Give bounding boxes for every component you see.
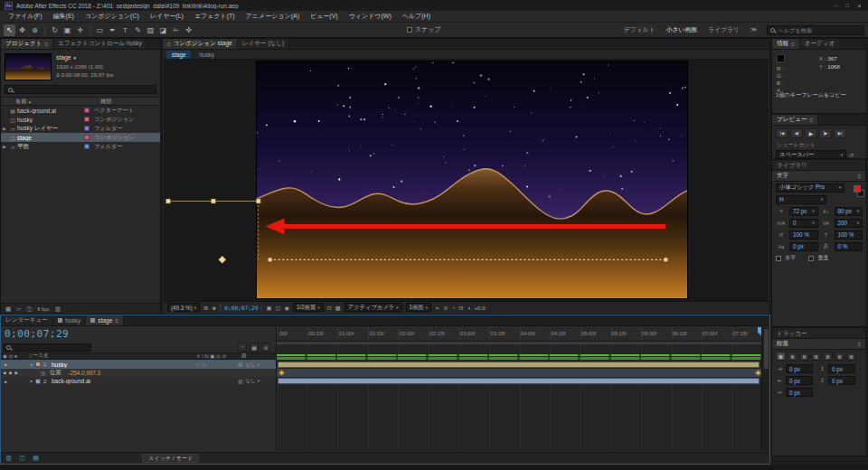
- timeline-vertical-scrollbar[interactable]: [761, 327, 769, 451]
- menu-view[interactable]: ビュー(V): [305, 12, 344, 21]
- timeline-search-box[interactable]: [3, 343, 91, 352]
- project-depth-button[interactable]: 8 bpc: [37, 306, 49, 312]
- last-frame-button[interactable]: ▶|: [834, 128, 846, 138]
- exposure-value[interactable]: +0.0: [474, 305, 485, 311]
- snap-option[interactable]: スナップ: [407, 25, 441, 34]
- new-folder-icon[interactable]: ▱: [16, 306, 21, 313]
- panel-menu-icon[interactable]: ≡: [791, 42, 795, 47]
- pixel-aspect-icon[interactable]: ≍: [435, 305, 439, 311]
- resolution-dropdown[interactable]: 1/2画質▾: [293, 303, 324, 312]
- column-type[interactable]: 種類: [100, 98, 111, 106]
- maximize-button[interactable]: □: [845, 3, 849, 9]
- font-family-dropdown[interactable]: 小塚ゴシック Pro ▾: [776, 183, 844, 193]
- position-value[interactable]: -254.0,997.3: [69, 370, 100, 376]
- project-item-row-selected[interactable]: ◫ stage コンポジション: [1, 133, 160, 142]
- tab-timeline-husky[interactable]: husky: [53, 315, 86, 325]
- vertical-checkbox[interactable]: [808, 256, 814, 261]
- keyframe-navigator[interactable]: ◀ ◆ ▶: [1, 371, 28, 375]
- position-keyframe-diamond[interactable]: [219, 256, 226, 263]
- tab-paragraph[interactable]: 段落 ≡: [772, 339, 866, 349]
- flowchart-icon[interactable]: ⊟: [458, 305, 463, 311]
- comp-mini-flowchart-icon[interactable]: ◔: [238, 343, 247, 352]
- shape-tool-icon[interactable]: ▭: [94, 24, 106, 36]
- tab-audio[interactable]: オーディオ: [800, 39, 841, 49]
- tab-character[interactable]: 文字 ≡: [772, 171, 866, 181]
- menu-composition[interactable]: コンポジション(C): [80, 12, 145, 21]
- help-search-input[interactable]: [778, 27, 861, 33]
- menu-layer[interactable]: レイヤー(L): [145, 12, 189, 21]
- tab-timeline-stage[interactable]: stage ≡: [86, 315, 124, 325]
- column-name[interactable]: 名前 ▲: [1, 98, 88, 106]
- fast-previews-icon[interactable]: ≋: [443, 305, 448, 311]
- help-search-box[interactable]: [767, 25, 864, 35]
- breadcrumb-husky[interactable]: husky: [193, 51, 219, 59]
- tab-project[interactable]: プロジェクト ≡: [1, 39, 53, 49]
- leading-field[interactable]: 80 px▾: [835, 207, 863, 216]
- first-frame-button[interactable]: |◀: [776, 128, 788, 138]
- minimize-button[interactable]: –: [835, 3, 837, 9]
- justify-last-left-button[interactable]: ≣: [811, 352, 821, 361]
- timeline-search-input[interactable]: [14, 344, 88, 351]
- next-frame-button[interactable]: |▶: [819, 128, 832, 138]
- current-time-display[interactable]: 0;00;07;29: [5, 328, 69, 340]
- property-name[interactable]: 位置: [50, 369, 61, 377]
- project-search-box[interactable]: [5, 85, 156, 94]
- eye-icon[interactable]: ●: [1, 379, 10, 384]
- layer-switches[interactable]: ✳ fx: [196, 362, 238, 367]
- twisty-icon[interactable]: ▸: [28, 379, 35, 383]
- composition-canvas[interactable]: [257, 61, 687, 298]
- twisty-icon[interactable]: ▶: [1, 127, 8, 131]
- snap-checkbox[interactable]: [407, 27, 412, 33]
- font-size-field[interactable]: 72 px▾: [789, 207, 818, 216]
- eraser-tool-icon[interactable]: ◪: [157, 24, 169, 36]
- scrollbar-thumb[interactable]: [764, 329, 769, 369]
- align-right-button[interactable]: ≣: [799, 352, 809, 361]
- tab-layer-viewer[interactable]: レイヤー (なし): [238, 39, 290, 49]
- align-center-button[interactable]: ≣: [788, 352, 797, 361]
- property-row-position[interactable]: ◀ ◆ ▶ ◷ 位置 -254.0,997.3: [1, 369, 276, 377]
- panel-menu-icon[interactable]: ≡: [810, 118, 814, 123]
- tracking-field[interactable]: 200▾: [835, 219, 863, 228]
- indent-right-field[interactable]: 0 px: [828, 364, 855, 373]
- camera-tool-icon[interactable]: ▣: [61, 24, 73, 36]
- kerning-field[interactable]: 0▾: [789, 219, 818, 228]
- label-chip[interactable]: [84, 144, 90, 149]
- work-area-bar[interactable]: [277, 342, 761, 344]
- space-after-field[interactable]: 0 px: [828, 376, 855, 385]
- show-snapshot-icon[interactable]: ◫: [275, 305, 280, 311]
- font-style-dropdown[interactable]: H ▾: [776, 195, 826, 204]
- composition-viewport[interactable]: [164, 60, 769, 301]
- panel-menu-icon[interactable]: ≡: [45, 42, 49, 47]
- rotation-tool-icon[interactable]: ↻: [49, 24, 61, 36]
- menu-file[interactable]: ファイル(F): [3, 12, 48, 21]
- menu-edit[interactable]: 編集(E): [48, 12, 80, 21]
- selection-handle[interactable]: [165, 199, 170, 203]
- selection-tool-icon[interactable]: ↖: [4, 24, 15, 36]
- layer-row-husky[interactable]: ● ▾ 1 husky ✳ fx @ なし ▾: [1, 360, 276, 369]
- graph-editor-icon[interactable]: ≋: [261, 343, 270, 352]
- layer-name[interactable]: husky: [52, 362, 196, 368]
- justify-last-center-button[interactable]: ≣: [823, 352, 833, 361]
- puppet-tool-icon[interactable]: ✜: [183, 24, 194, 36]
- justify-last-right-button[interactable]: ≣: [835, 352, 844, 361]
- menu-animation[interactable]: アニメーション(A): [241, 12, 305, 21]
- parent-dropdown[interactable]: @ なし ▾: [238, 377, 276, 385]
- mask-visibility-icon[interactable]: ◈: [212, 305, 216, 311]
- stopwatch-icon[interactable]: ◷: [41, 370, 50, 376]
- tab-effect-controls[interactable]: エフェクトコントロール husky: [53, 39, 147, 49]
- source-name-header[interactable]: ソース名: [28, 352, 61, 360]
- workspace-small-screen[interactable]: 小さい画面: [662, 25, 702, 34]
- timeline-button-icon[interactable]: ◔: [452, 305, 456, 311]
- tsume-field[interactable]: 0 %: [835, 242, 863, 251]
- parent-header[interactable]: 親: [241, 352, 276, 360]
- horizontal-scale-field[interactable]: 100 %: [835, 230, 863, 240]
- previous-frame-button[interactable]: ◀|: [790, 128, 803, 138]
- tab-preview[interactable]: プレビュー ≡: [772, 115, 818, 125]
- flipbook-caret-icon[interactable]: ▼: [73, 56, 77, 61]
- expand-layer-switches-icon[interactable]: ▥: [4, 454, 14, 463]
- exposure-icon[interactable]: ◑: [467, 305, 471, 311]
- vertical-scale-field[interactable]: 100 %: [789, 230, 818, 240]
- panel-grip-icon[interactable]: ≡: [167, 42, 171, 47]
- timeline-track-area[interactable]: :00f00:15f01:00f01:15f02:00f02:15f03:00f…: [277, 327, 761, 451]
- transparency-grid-icon[interactable]: ▦: [335, 305, 341, 311]
